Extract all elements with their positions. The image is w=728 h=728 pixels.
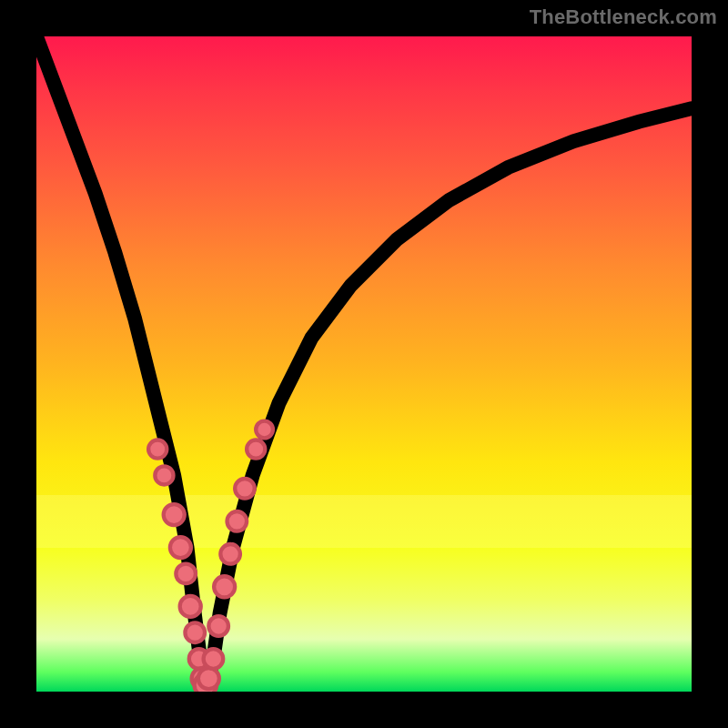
marker-dot	[214, 576, 235, 597]
marker-dot	[164, 504, 185, 525]
plot-area	[36, 36, 692, 692]
marker-dot	[208, 616, 228, 636]
marker-dot	[198, 668, 219, 689]
bottleneck-curve	[36, 36, 692, 685]
marker-dot	[220, 544, 240, 564]
marker-dot	[247, 440, 265, 459]
curve-svg	[36, 36, 692, 692]
chart-frame: TheBottleneck.com	[0, 0, 728, 728]
marker-dot	[185, 622, 205, 642]
marker-dot	[148, 440, 167, 459]
marker-dot	[204, 649, 224, 669]
marker-dot	[228, 511, 248, 531]
marker-dot	[155, 466, 173, 484]
marker-dot	[180, 596, 201, 617]
marker-dot	[256, 421, 273, 439]
watermark-text: TheBottleneck.com	[530, 5, 717, 29]
marker-dot	[235, 479, 255, 499]
marker-dot	[176, 564, 196, 584]
marker-dot	[170, 537, 191, 558]
